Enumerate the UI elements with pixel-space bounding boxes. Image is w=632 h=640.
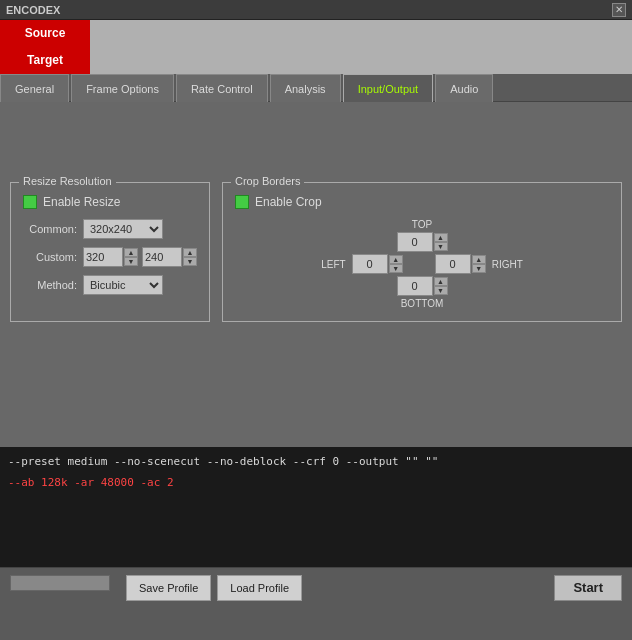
top-arrows: ▲ ▼ [434, 233, 448, 251]
custom-w-arrows: ▲ ▼ [124, 248, 138, 266]
right-spin-group: ▲ ▼ [435, 254, 486, 274]
right-up[interactable]: ▲ [472, 255, 486, 264]
right-arrows: ▲ ▼ [472, 255, 486, 273]
bottom-left: Save Profile Load Profile [10, 575, 302, 601]
custom-w-down[interactable]: ▼ [124, 257, 138, 266]
source-path-input[interactable] [90, 20, 632, 47]
tab-audio[interactable]: Audio [435, 74, 493, 102]
enable-resize-label: Enable Resize [43, 195, 120, 209]
title-bar: ENCODEX ✕ [0, 0, 632, 20]
save-profile-button[interactable]: Save Profile [126, 575, 211, 601]
enable-resize-checkbox[interactable] [23, 195, 37, 209]
start-button[interactable]: Start [554, 575, 622, 601]
top-up[interactable]: ▲ [434, 233, 448, 242]
enable-resize-row: Enable Resize [23, 195, 197, 209]
main-content: Resize Resolution Enable Resize Common: … [0, 102, 632, 447]
bottom-arrows: ▲ ▼ [434, 277, 448, 295]
crop-top-input-row: ▲ ▼ [397, 232, 448, 252]
target-button[interactable]: Target [0, 47, 90, 74]
crop-bottom-label-row: BOTTOM [401, 298, 444, 309]
crop-legend: Crop Borders [231, 175, 304, 187]
method-select[interactable]: Bicubic Bilinear Lanczos Nearest [83, 275, 163, 295]
left-down[interactable]: ▼ [389, 264, 403, 273]
common-select[interactable]: 320x240 640x480 1280x720 1920x1080 [83, 219, 163, 239]
method-row: Method: Bicubic Bilinear Lanczos Nearest [23, 275, 197, 295]
panels-row: Resize Resolution Enable Resize Common: … [10, 182, 622, 322]
bottom-label: BOTTOM [401, 298, 444, 309]
custom-h-down[interactable]: ▼ [183, 257, 197, 266]
app-title: ENCODEX [6, 4, 60, 16]
resize-legend: Resize Resolution [19, 175, 116, 187]
tabs-bar: General Frame Options Rate Control Analy… [0, 74, 632, 102]
custom-w-input[interactable] [83, 247, 123, 267]
tab-input-output[interactable]: Input/Output [343, 74, 434, 102]
enable-crop-row: Enable Crop [235, 195, 609, 209]
method-label: Method: [23, 279, 83, 291]
custom-row: Custom: ▲ ▼ ▲ ▼ [23, 247, 197, 267]
bottom-down[interactable]: ▼ [434, 286, 448, 295]
resize-panel: Resize Resolution Enable Resize Common: … [10, 182, 210, 322]
output-area: --preset medium --no-scenecut --no-deblo… [0, 447, 632, 567]
bottom-spin-group: ▲ ▼ [397, 276, 448, 296]
crop-bottom-input-row: ▲ ▼ [397, 276, 448, 296]
bottom-input[interactable] [397, 276, 433, 296]
top-spin-group: ▲ ▼ [397, 232, 448, 252]
tab-rate-control[interactable]: Rate Control [176, 74, 268, 102]
left-spin-group: ▲ ▼ [352, 254, 403, 274]
crop-middle-row: LEFT ▲ ▼ ▲ ▼ [321, 254, 523, 274]
target-row: Target [0, 47, 632, 74]
left-up[interactable]: ▲ [389, 255, 403, 264]
enable-crop-checkbox[interactable] [235, 195, 249, 209]
target-path-input[interactable] [90, 47, 632, 74]
right-down[interactable]: ▼ [472, 264, 486, 273]
bottom-up[interactable]: ▲ [434, 277, 448, 286]
crop-grid: TOP ▲ ▼ LEFT [235, 219, 609, 309]
custom-h-input[interactable] [142, 247, 182, 267]
source-button[interactable]: Source [0, 20, 90, 47]
enable-crop-label: Enable Crop [255, 195, 322, 209]
left-input[interactable] [352, 254, 388, 274]
left-label: LEFT [321, 259, 345, 270]
tab-general[interactable]: General [0, 74, 69, 102]
right-input[interactable] [435, 254, 471, 274]
output-line-2: --ab 128k -ar 48000 -ac 2 [8, 476, 624, 489]
tab-frame-options[interactable]: Frame Options [71, 74, 174, 102]
bottom-bar: Save Profile Load Profile Start [0, 567, 632, 607]
close-button[interactable]: ✕ [612, 3, 626, 17]
custom-label: Custom: [23, 251, 83, 263]
custom-h-arrows: ▲ ▼ [183, 248, 197, 266]
left-arrows: ▲ ▼ [389, 255, 403, 273]
tab-analysis[interactable]: Analysis [270, 74, 341, 102]
custom-w-group: ▲ ▼ [83, 247, 138, 267]
top-down[interactable]: ▼ [434, 242, 448, 251]
source-row: Source [0, 20, 632, 47]
custom-h-up[interactable]: ▲ [183, 248, 197, 257]
common-label: Common: [23, 223, 83, 235]
custom-h-group: ▲ ▼ [142, 247, 197, 267]
top-input[interactable] [397, 232, 433, 252]
output-line-1: --preset medium --no-scenecut --no-deblo… [8, 455, 624, 468]
top-label: TOP [412, 219, 432, 230]
right-label: RIGHT [492, 259, 523, 270]
custom-w-up[interactable]: ▲ [124, 248, 138, 257]
common-row: Common: 320x240 640x480 1280x720 1920x10… [23, 219, 197, 239]
progress-bar-container [10, 575, 110, 591]
crop-top-row: TOP [412, 219, 432, 230]
load-profile-button[interactable]: Load Profile [217, 575, 302, 601]
crop-panel: Crop Borders Enable Crop TOP ▲ ▼ [222, 182, 622, 322]
